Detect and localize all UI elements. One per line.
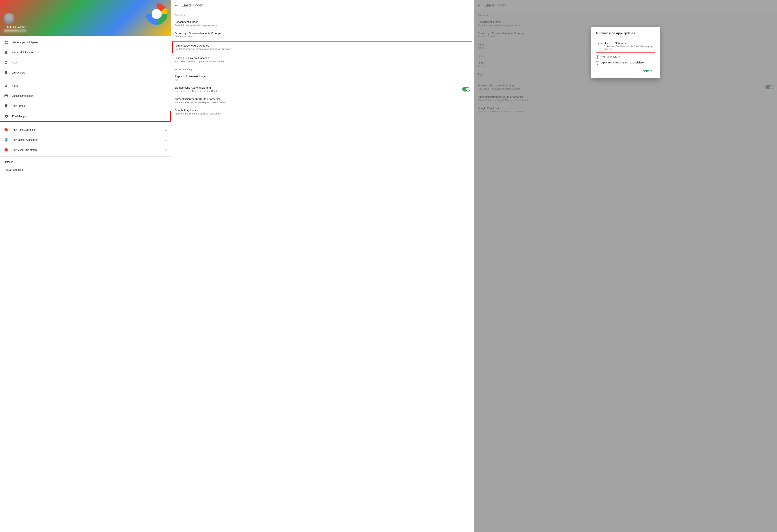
radio-option-wlan[interactable]: Nur über WLAN: [596, 55, 655, 59]
drawer-menu: Meine Apps und Spiele Benachrichtigungen…: [0, 36, 171, 532]
settings-item-row: Biometrische Authentifizierung Für Googl…: [175, 86, 470, 92]
svg-rect-5: [6, 43, 8, 44]
svg-rect-4: [5, 43, 6, 44]
settings-benachrichtigungen[interactable]: Benachrichtigungen Benachrichtigungseins…: [171, 18, 474, 29]
sidebar-item-label: Einstellungen: [12, 115, 27, 118]
radio-circle-nicht-auto[interactable]: [596, 61, 599, 65]
auto-updates-dialog: Automatische App-Updates Über ein Netzwe…: [591, 27, 660, 78]
sidebar-item-play-filme[interactable]: Play Filme App öffnen ⬡: [0, 125, 171, 135]
dialog-option-border: Über ein Netzwerk Es können Gebühren für…: [596, 39, 655, 53]
settings-item-subtitle: Apps und Spiele ohne Installation verwen…: [175, 112, 470, 115]
shield-icon: [4, 103, 9, 108]
settings-download-variante[interactable]: Bevorzugte Downloadvariante für Apps Übe…: [171, 29, 474, 40]
sidebar-item-einstellungen[interactable]: Einstellungen: [0, 111, 171, 122]
biometrie-toggle[interactable]: [462, 87, 470, 92]
settings-item-subtitle: Über ein Netzwerk: [175, 35, 470, 38]
refresh-icon: [4, 60, 9, 65]
play-filme-icon: [4, 127, 9, 132]
radio-circle-netzwerk[interactable]: [598, 42, 602, 45]
sidebar-item-play-protect[interactable]: Play Protect: [0, 101, 171, 111]
svg-rect-3: [6, 41, 8, 42]
username: Anakin Skywalker: [4, 25, 26, 29]
settings-item-title: Bevorzugte Downloadvariante für Apps: [175, 32, 470, 35]
dialog-overlay: Automatische App-Updates Über ein Netzwe…: [474, 0, 777, 532]
fertig-button[interactable]: FERTIG: [640, 68, 655, 74]
radio-text-netzwerk: Über ein Netzwerk Es können Gebühren für…: [604, 41, 653, 50]
dialog-title: Automatische App-Updates: [596, 31, 655, 35]
user-info: Anakin Skywalker ••••••••••••••••: [4, 13, 26, 32]
section-nutzersteuerung: Nutzersteuerung: [171, 65, 474, 72]
settings-item-title: Lokalen Suchverlauf löschen: [175, 56, 470, 59]
right-panel: ← Einstellungen Allgemein Benachrichtigu…: [474, 0, 777, 532]
avatar: [4, 13, 14, 24]
settings-item-subtitle: Automatische App-Updates nur über WLAN z…: [176, 48, 468, 50]
settings-suchverlauf[interactable]: Lokalen Suchverlauf löschen Auf diesem G…: [171, 54, 474, 65]
email: ••••••••••••••••: [4, 29, 26, 32]
sidebar-item-label: Wunschliste: [12, 71, 25, 74]
svg-rect-2: [5, 41, 6, 42]
sidebar-item-abos[interactable]: Abos: [0, 57, 171, 68]
sidebar-item-meine-apps[interactable]: Meine Apps und Spiele: [0, 37, 171, 47]
radio-option-nicht-automatisch[interactable]: Apps nicht automatisch aktualisieren: [596, 61, 655, 65]
bell-icon: [4, 50, 9, 55]
radio-option-netzwerk[interactable]: Über ein Netzwerk Es können Gebühren für…: [598, 41, 653, 50]
settings-item-title: Benachrichtigungen: [175, 20, 470, 23]
sidebar-item-einloesen[interactable]: Einlösen: [0, 158, 171, 166]
sidebar-item-label: Abos: [12, 61, 18, 64]
radio-label: Nur über WLAN: [601, 55, 621, 58]
sidebar-item-label: Play Musik App öffnen: [12, 148, 37, 151]
settings-biometrie[interactable]: Biometrische Authentifizierung Für Googl…: [171, 84, 474, 95]
sidebar-item-play-buecher[interactable]: Play Bücher App öffnen ⬡: [0, 135, 171, 145]
dialog-footer: FERTIG: [596, 68, 655, 74]
external-icon: ⬡: [165, 148, 167, 151]
radio-text-wlan: Nur über WLAN: [601, 55, 621, 58]
settings-item-title: Automatische App-Updates: [176, 44, 468, 47]
card-icon: [4, 93, 9, 98]
sidebar-item-play-musik[interactable]: Play Musik App öffnen ⬡: [0, 145, 171, 155]
settings-item-subtitle: Für Google Play-Käufe auf diesem Gerät: [175, 90, 217, 92]
sidebar-item-label: Benachrichtigungen: [12, 51, 34, 54]
sidebar-item-label: Play Protect: [12, 104, 25, 107]
radio-text-nicht-auto: Apps nicht automatisch aktualisieren: [601, 61, 645, 64]
settings-item-title: Biometrische Authentifizierung: [175, 86, 217, 89]
bookmark-icon: [4, 70, 9, 75]
radio-circle-wlan[interactable]: [596, 55, 599, 59]
divider-2: [0, 123, 171, 123]
settings-item-title: Authentifizierung für Käufe erforderlich: [175, 98, 470, 101]
radio-label: Über ein Netzwerk: [604, 41, 653, 44]
svg-point-1: [152, 9, 162, 19]
sidebar-item-label: Play Filme App öffnen: [12, 128, 36, 131]
sidebar-item-label: Konto: [12, 84, 18, 87]
sidebar-item-wunschliste[interactable]: Wunschliste: [0, 68, 171, 78]
drawer: Anakin Skywalker •••••••••••••••• Meine …: [0, 0, 171, 532]
sidebar-item-hilfe[interactable]: Hilfe & Feedback: [0, 166, 171, 174]
google-logo-bg: [144, 1, 169, 27]
person-icon: [4, 83, 9, 88]
settings-google-play-instant[interactable]: Google Play Instant Apps und Spiele ohne…: [171, 106, 474, 118]
radio-label: Apps nicht automatisch aktualisieren: [601, 61, 645, 64]
settings-auto-updates[interactable]: Automatische App-Updates Automatische Ap…: [172, 41, 472, 53]
middle-panel-title: Einstellungen: [182, 3, 203, 7]
settings-item-title: Google Play Instant: [175, 109, 470, 112]
settings-item-title: Jugendschutzeinstellungen: [175, 75, 470, 78]
settings-item-subtitle: Für alle Käufe bei Google Play auf diese…: [175, 101, 470, 104]
sidebar-item-label: Meine Apps und Spiele: [12, 41, 37, 44]
gear-icon: [4, 114, 9, 119]
sidebar-item-label: Play Bücher App öffnen: [12, 138, 38, 141]
sidebar-item-konto[interactable]: Konto: [0, 81, 171, 91]
middle-panel: ← Einstellungen Allgemein Benachrichtigu…: [171, 0, 474, 532]
settings-authentifizierung[interactable]: Authentifizierung für Käufe erforderlich…: [171, 95, 474, 106]
settings-item-text: Biometrische Authentifizierung Für Googl…: [175, 86, 217, 92]
settings-jugendschutz[interactable]: Jugendschutzeinstellungen Aus: [171, 72, 474, 84]
sidebar-item-zahlungsmethoden[interactable]: Zahlungsmethoden: [0, 91, 171, 101]
sidebar-item-benachrichtigungen[interactable]: Benachrichtigungen: [0, 47, 171, 57]
middle-panel-content: Allgemein Benachrichtigungen Benachricht…: [171, 11, 474, 532]
external-icon: ⬡: [165, 128, 167, 131]
back-button[interactable]: ←: [175, 3, 178, 7]
play-musik-icon: [4, 147, 9, 152]
settings-item-subtitle: Benachrichtigungseinstellungen verwalten: [175, 24, 470, 27]
section-allgemein: Allgemein: [171, 11, 474, 18]
sidebar-item-label: Zahlungsmethoden: [12, 94, 33, 97]
play-buecher-icon: [4, 137, 9, 142]
grid-icon: [4, 40, 9, 45]
